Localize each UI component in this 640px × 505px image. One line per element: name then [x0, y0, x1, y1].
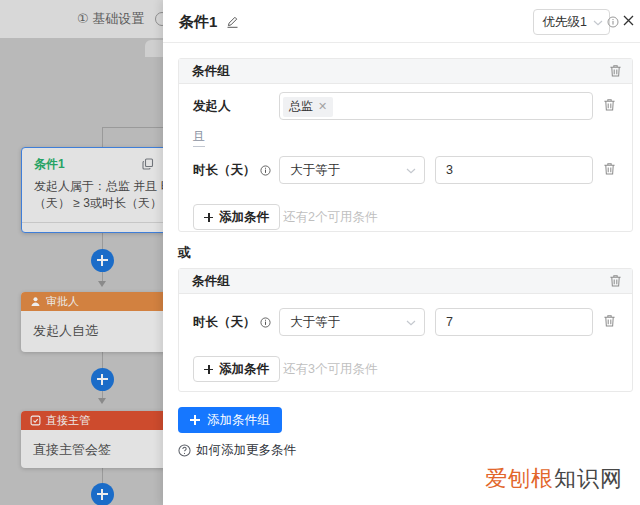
add-group-label: 添加条件组 — [207, 412, 270, 429]
plus-icon — [204, 213, 213, 222]
edit-pencil-icon[interactable] — [226, 15, 239, 28]
duration-label: 时长（天） — [193, 162, 271, 178]
tag-remove-icon[interactable]: ✕ — [318, 101, 327, 112]
question-circle-icon — [178, 444, 191, 457]
operator-value: 大于等于 — [290, 315, 340, 329]
operator-select[interactable]: 大于等于 — [279, 156, 425, 184]
delete-condition-icon[interactable] — [603, 314, 616, 328]
chevron-down-icon — [593, 20, 603, 26]
duration-label-text: 时长（天） — [193, 162, 256, 178]
panel-header: 条件1 优先级1 — [163, 0, 640, 43]
condition-settings-panel: 条件1 优先级1 条件组 — [163, 0, 640, 505]
tab-basic-settings[interactable]: ① 基础设置 — [77, 0, 144, 38]
help-link-label: 如何添加更多条件 — [196, 442, 296, 459]
condition-group-2: 条件组 时长（天） 大于等于 — [178, 268, 633, 392]
copy-icon[interactable] — [142, 158, 154, 170]
logic-or-label: 或 — [178, 244, 191, 262]
watermark-highlight: 爱刨根 — [485, 466, 554, 491]
duration-label-text: 时长（天） — [193, 314, 256, 330]
plus-icon — [97, 374, 108, 385]
delete-condition-icon[interactable] — [603, 98, 616, 112]
plus-icon — [190, 415, 200, 425]
initiator-tags-field[interactable]: 总监 ✕ — [279, 92, 593, 120]
info-icon[interactable] — [260, 165, 271, 176]
condition-group-title: 条件组 — [192, 64, 230, 78]
tag-text: 总监 — [289, 98, 313, 115]
available-conditions-hint: 还有3个可用条件 — [283, 356, 377, 382]
plus-icon — [97, 255, 108, 266]
chevron-down-icon — [406, 320, 416, 326]
delete-group-icon[interactable] — [609, 64, 622, 78]
duration-value-input[interactable] — [435, 308, 593, 336]
add-condition-button[interactable]: 添加条件 — [193, 356, 280, 382]
duration-value-input[interactable] — [435, 156, 593, 184]
connector-line — [102, 127, 103, 148]
add-condition-label: 添加条件 — [219, 205, 269, 229]
info-icon[interactable] — [260, 317, 271, 328]
add-node-button[interactable] — [91, 483, 114, 505]
supervisor-node-type: 直接主管 — [46, 413, 90, 428]
arrow-down-icon — [98, 398, 106, 404]
plus-icon — [97, 489, 108, 500]
add-condition-group-button[interactable]: 添加条件组 — [178, 407, 282, 433]
initiator-tag: 总监 ✕ — [283, 97, 333, 117]
operator-value: 大于等于 — [290, 163, 340, 177]
condition-group-title: 条件组 — [192, 274, 230, 288]
help-link[interactable]: 如何添加更多条件 — [178, 442, 296, 459]
plus-icon — [204, 365, 213, 374]
watermark-rest: 知识网 — [554, 466, 623, 491]
add-node-button[interactable] — [91, 368, 114, 391]
condition-group-header: 条件组 — [179, 59, 632, 84]
delete-group-icon[interactable] — [609, 274, 622, 288]
priority-dropdown[interactable]: 优先级1 — [533, 9, 610, 35]
person-icon — [30, 296, 41, 307]
add-condition-button[interactable]: 添加条件 — [193, 204, 280, 230]
check-badge-icon — [30, 415, 41, 426]
priority-value: 优先级1 — [543, 15, 587, 29]
condition-group-1: 条件组 发起人 总监 ✕ 且 时长（天） — [178, 58, 633, 232]
duration-label: 时长（天） — [193, 314, 271, 330]
chevron-down-icon — [406, 168, 416, 174]
info-icon[interactable] — [607, 16, 619, 28]
delete-condition-icon[interactable] — [603, 162, 616, 176]
add-node-button[interactable] — [91, 249, 114, 272]
panel-title: 条件1 — [179, 13, 217, 32]
approver-node-type: 审批人 — [46, 294, 79, 309]
operator-select[interactable]: 大于等于 — [279, 308, 425, 336]
initiator-label: 发起人 — [193, 98, 231, 114]
add-condition-label: 添加条件 — [219, 357, 269, 381]
close-icon[interactable] — [623, 15, 634, 26]
logic-and-toggle[interactable]: 且 — [193, 128, 205, 147]
branch-connector-line — [102, 127, 164, 128]
available-conditions-hint: 还有2个可用条件 — [283, 204, 377, 230]
app-window: ① 基础设置 条件1 发起人属于：总监 并且 时长（天） ≥ 3或时长（天） ≥… — [0, 0, 640, 505]
site-watermark: 爱刨根知识网 — [485, 464, 623, 494]
arrow-down-icon — [98, 281, 106, 287]
condition-group-header: 条件组 — [179, 269, 632, 294]
